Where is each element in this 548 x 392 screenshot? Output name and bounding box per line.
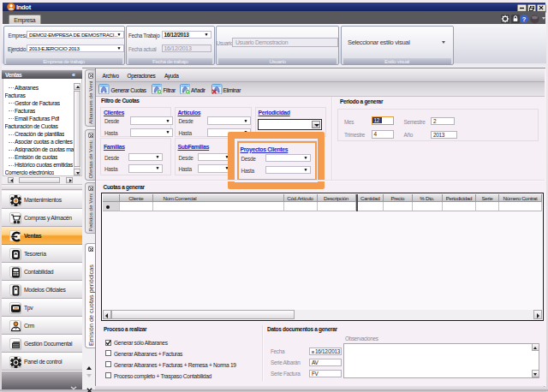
svg-text:?: ? — [521, 15, 526, 23]
